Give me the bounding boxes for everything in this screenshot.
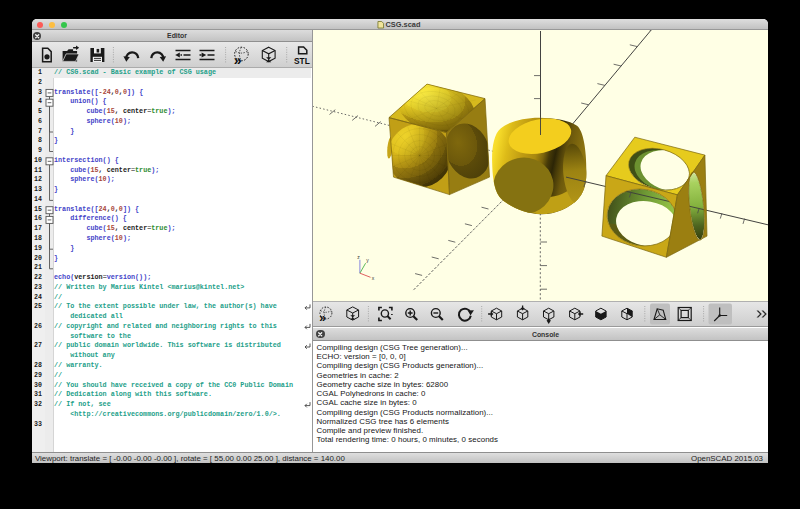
- svg-text:STL: STL: [294, 56, 310, 66]
- svg-text:»: »: [234, 52, 242, 68]
- svg-text:z: z: [357, 254, 360, 260]
- svg-text:y: y: [366, 258, 369, 264]
- svg-text:x: x: [372, 276, 375, 282]
